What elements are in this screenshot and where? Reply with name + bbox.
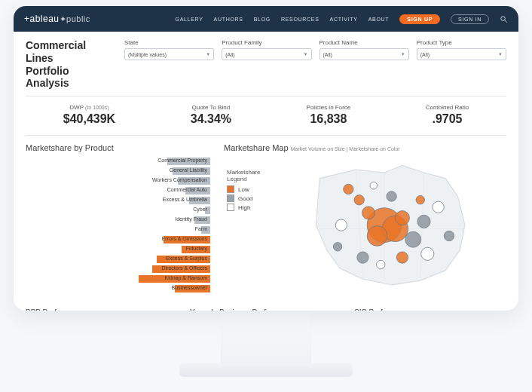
map-bubble[interactable]	[343, 184, 353, 194]
filter-select[interactable]: (All) ▼	[417, 48, 506, 60]
charts-row: Marketshare by Product Commercial Proper…	[26, 143, 506, 294]
nav-link-blog[interactable]: BLOG	[254, 17, 271, 22]
bottom-row: BPP Performance PIF on size | CR on colo…	[26, 305, 506, 311]
kpi-combined-ratio: Combined Ratio .9705	[426, 104, 469, 126]
signup-button[interactable]: SIGN UP	[399, 14, 440, 24]
legend-label: High	[238, 204, 250, 211]
map-viz[interactable]	[277, 157, 506, 289]
filters-row: State (Multiple values) ▼ Product Family…	[124, 39, 506, 60]
bar-row[interactable]: Errors & Omissions	[67, 235, 210, 245]
map-bubble[interactable]	[357, 252, 368, 263]
brand-text-b: ✦public	[60, 14, 90, 23]
kpi-value: $40,439K	[63, 112, 115, 126]
bar-label: Excess & Surplus	[166, 256, 210, 261]
bar-label: Commercial Property	[157, 158, 210, 163]
filter-select[interactable]: (All) ▼	[222, 48, 311, 60]
yib-section: Years In Business Performance MarketQuot…	[190, 305, 342, 311]
marketshare-panel: Marketshare by Product Commercial Proper…	[26, 143, 210, 294]
nav-link-resources[interactable]: RESOURCES	[281, 17, 320, 22]
map-bubble[interactable]	[362, 207, 375, 219]
filter-select[interactable]: (Multiple values) ▼	[124, 48, 214, 60]
kpi-value: 16,838	[307, 112, 351, 126]
map-bubble[interactable]	[420, 247, 433, 260]
bpp-title: BPP Performance	[26, 308, 86, 311]
bar-row[interactable]: Farm	[67, 225, 210, 235]
kpi-quote-to-bind: Quote To Bind 34.34%	[191, 104, 231, 126]
map-bubble[interactable]	[416, 196, 424, 204]
kpi-dwp: DWP (In 1000s) $40,439K	[63, 104, 115, 126]
monitor-stand-base	[179, 363, 353, 377]
filter-product-name: Product Name (All) ▼	[320, 39, 409, 60]
legend-item[interactable]: Low	[227, 185, 272, 193]
filter-label: Product Name	[320, 39, 409, 46]
bar-row[interactable]: Workers Compensation	[67, 176, 210, 186]
bar-row[interactable]: Excess & Umbrella	[67, 196, 210, 206]
bar-row[interactable]: Directors & Officers	[67, 265, 210, 274]
filter-select[interactable]: (All) ▼	[320, 48, 409, 60]
bar-row[interactable]: Identity Fraud	[67, 216, 210, 225]
map-bubble[interactable]	[444, 231, 454, 240]
legend-item[interactable]: High	[227, 204, 272, 211]
map-bubble[interactable]	[335, 219, 347, 231]
bar-row[interactable]: Fiduciary	[67, 245, 210, 255]
bar-row[interactable]: Businessowner	[67, 284, 210, 294]
map-bubble[interactable]	[396, 252, 408, 263]
map-bubble[interactable]	[395, 211, 409, 225]
legend-label: Low	[238, 186, 249, 193]
dashboard-title-line2: Portfolio Analysis	[26, 65, 112, 90]
legend-item[interactable]: Good	[227, 194, 272, 202]
bar-label: Fiduciary	[186, 246, 210, 251]
dashboard-content: Commercial Lines Portfolio Analysis Stat…	[14, 32, 518, 311]
bar-row[interactable]: Excess & Surplus	[67, 255, 210, 265]
map-bubble[interactable]	[387, 191, 396, 201]
map-title: Marketshare Map Market Volume on Size | …	[224, 143, 506, 152]
brand-text-a: +ableau	[24, 14, 60, 24]
map-bubble[interactable]	[367, 226, 387, 247]
bar-label: Commercial Auto	[167, 187, 210, 192]
map-bubble[interactable]	[370, 182, 378, 190]
nav-links: GALLERYAUTHORSBLOGRESOURCESACTIVITYABOUT…	[175, 14, 508, 24]
svg-point-0	[501, 16, 506, 20]
nav-link-activity[interactable]: ACTIVITY	[330, 17, 358, 22]
filter-value: (All)	[225, 52, 234, 57]
dashboard-title-line1: Commercial Lines	[26, 39, 112, 65]
bar-row[interactable]: General Liability	[67, 167, 210, 176]
bar-label: Identity Fraud	[175, 216, 210, 222]
filter-value: (All)	[323, 52, 332, 57]
marketshare-legend: Marketshare Legend LowGoodHigh	[227, 169, 272, 289]
yib-title: Years In Business Performance	[190, 308, 295, 311]
bar-label: General Liability	[170, 167, 210, 173]
filter-value: (Multiple values)	[128, 52, 167, 57]
dashboard-title: Commercial Lines Portfolio Analysis	[26, 39, 112, 90]
bar-label: Errors & Omissions	[162, 236, 210, 241]
map-bubble[interactable]	[376, 261, 384, 269]
brand-logo[interactable]: +ableau✦public	[24, 14, 90, 24]
kpi-label: Quote To Bind	[191, 104, 231, 111]
bar-label: Workers Compensation	[152, 177, 210, 182]
filter-product-type: Product Type (All) ▼	[417, 39, 506, 60]
map-bubble[interactable]	[354, 195, 364, 205]
nav-link-about[interactable]: ABOUT	[368, 17, 390, 22]
bar-row[interactable]: Commercial Property	[67, 157, 210, 167]
kpi-label: Combined Ratio	[426, 104, 469, 111]
map-subtitle: Market Volume on Size | Marketshare on C…	[291, 146, 400, 152]
signin-button[interactable]: SIGN IN	[451, 14, 489, 24]
bar-row[interactable]: Commercial Auto	[67, 186, 210, 196]
map-bubble[interactable]	[433, 201, 444, 213]
bar-row[interactable]: Cyber	[67, 206, 210, 216]
filter-value: (All)	[420, 52, 430, 57]
search-icon[interactable]	[500, 15, 508, 23]
monitor-stand-neck	[221, 311, 311, 363]
nav-link-gallery[interactable]: GALLERY	[175, 17, 203, 22]
bar-label: Directors & Officers	[161, 265, 210, 271]
filter-label: State	[124, 39, 214, 46]
map-bubble[interactable]	[417, 215, 430, 228]
kpi-row: DWP (In 1000s) $40,439KQuote To Bind 34.…	[26, 96, 506, 136]
bar-row[interactable]: Kidnap & Ransom	[67, 274, 210, 284]
legend-title: Marketshare Legend	[227, 169, 272, 182]
nav-link-authors[interactable]: AUTHORS	[214, 17, 243, 22]
chevron-down-icon: ▼	[304, 52, 308, 57]
map-bubble[interactable]	[333, 243, 341, 251]
legend-swatch	[227, 185, 234, 193]
map-bubble[interactable]	[405, 231, 420, 247]
